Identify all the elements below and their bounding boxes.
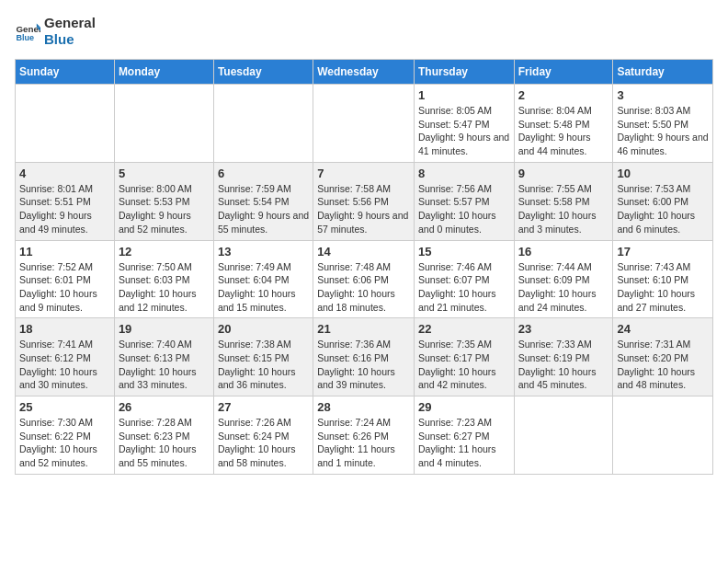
day-info: Sunrise: 8:05 AM Sunset: 5:47 PM Dayligh…: [418, 104, 510, 158]
calendar-cell: 12Sunrise: 7:50 AM Sunset: 6:03 PM Dayli…: [114, 240, 213, 318]
calendar-cell: 1Sunrise: 8:05 AM Sunset: 5:47 PM Daylig…: [414, 85, 514, 163]
day-number: 25: [19, 400, 110, 414]
day-info: Sunrise: 7:41 AM Sunset: 6:12 PM Dayligh…: [19, 338, 110, 392]
calendar-cell: 6Sunrise: 7:59 AM Sunset: 5:54 PM Daylig…: [213, 162, 313, 240]
logo: General Blue GeneralBlue: [15, 15, 96, 48]
page-header: General Blue GeneralBlue: [15, 15, 713, 48]
day-number: 16: [518, 245, 609, 259]
day-info: Sunrise: 7:48 AM Sunset: 6:06 PM Dayligh…: [317, 260, 410, 315]
day-number: 4: [19, 167, 110, 180]
day-info: Sunrise: 7:44 AM Sunset: 6:09 PM Dayligh…: [518, 260, 609, 315]
calendar-cell: 7Sunrise: 7:58 AM Sunset: 5:56 PM Daylig…: [313, 162, 415, 240]
day-number: 17: [617, 245, 709, 259]
day-header-sunday: Sunday: [16, 60, 115, 85]
day-info: Sunrise: 7:49 AM Sunset: 6:04 PM Dayligh…: [218, 260, 309, 315]
calendar-cell: 2Sunrise: 8:04 AM Sunset: 5:48 PM Daylig…: [514, 85, 613, 163]
day-number: 28: [317, 400, 410, 414]
calendar-cell: 23Sunrise: 7:33 AM Sunset: 6:19 PM Dayli…: [514, 318, 613, 396]
day-header-friday: Friday: [514, 60, 613, 85]
calendar-cell: 10Sunrise: 7:53 AM Sunset: 6:00 PM Dayli…: [613, 162, 713, 240]
day-header-thursday: Thursday: [414, 60, 514, 85]
day-number: 15: [418, 245, 510, 259]
day-info: Sunrise: 7:56 AM Sunset: 5:57 PM Dayligh…: [418, 182, 510, 236]
day-info: Sunrise: 7:28 AM Sunset: 6:23 PM Dayligh…: [119, 416, 210, 470]
calendar-cell: [16, 85, 115, 163]
calendar-cell: 20Sunrise: 7:38 AM Sunset: 6:15 PM Dayli…: [213, 318, 313, 396]
calendar-cell: 17Sunrise: 7:43 AM Sunset: 6:10 PM Dayli…: [613, 240, 713, 318]
day-number: 9: [518, 167, 609, 180]
day-info: Sunrise: 8:03 AM Sunset: 5:50 PM Dayligh…: [617, 104, 709, 158]
day-number: 6: [218, 167, 309, 180]
day-info: Sunrise: 7:53 AM Sunset: 6:00 PM Dayligh…: [617, 182, 709, 236]
calendar-cell: 11Sunrise: 7:52 AM Sunset: 6:01 PM Dayli…: [16, 240, 115, 318]
day-number: 27: [218, 400, 309, 414]
calendar-cell: 28Sunrise: 7:24 AM Sunset: 6:26 PM Dayli…: [313, 396, 415, 475]
calendar-cell: 13Sunrise: 7:49 AM Sunset: 6:04 PM Dayli…: [213, 240, 313, 318]
day-number: 7: [317, 167, 410, 180]
calendar-cell: [213, 85, 313, 163]
calendar-cell: [514, 396, 613, 475]
calendar-cell: 22Sunrise: 7:35 AM Sunset: 6:17 PM Dayli…: [414, 318, 514, 396]
day-header-wednesday: Wednesday: [313, 60, 415, 85]
calendar-cell: 25Sunrise: 7:30 AM Sunset: 6:22 PM Dayli…: [16, 396, 115, 475]
day-info: Sunrise: 7:23 AM Sunset: 6:27 PM Dayligh…: [418, 416, 510, 470]
day-header-saturday: Saturday: [613, 60, 713, 85]
day-number: 19: [119, 322, 210, 336]
calendar-cell: 18Sunrise: 7:41 AM Sunset: 6:12 PM Dayli…: [16, 318, 115, 396]
calendar-cell: 14Sunrise: 7:48 AM Sunset: 6:06 PM Dayli…: [313, 240, 415, 318]
day-header-monday: Monday: [114, 60, 213, 85]
day-info: Sunrise: 7:38 AM Sunset: 6:15 PM Dayligh…: [218, 338, 309, 392]
day-number: 13: [218, 245, 309, 259]
day-info: Sunrise: 7:59 AM Sunset: 5:54 PM Dayligh…: [218, 182, 309, 236]
calendar-cell: 16Sunrise: 7:44 AM Sunset: 6:09 PM Dayli…: [514, 240, 613, 318]
day-info: Sunrise: 7:50 AM Sunset: 6:03 PM Dayligh…: [119, 260, 210, 315]
logo-icon: General Blue: [15, 18, 40, 44]
day-number: 20: [218, 322, 309, 336]
calendar-cell: 9Sunrise: 7:55 AM Sunset: 5:58 PM Daylig…: [514, 162, 613, 240]
calendar-cell: 26Sunrise: 7:28 AM Sunset: 6:23 PM Dayli…: [114, 396, 213, 475]
day-number: 12: [119, 245, 210, 259]
svg-text:Blue: Blue: [16, 33, 34, 42]
day-number: 5: [119, 167, 210, 180]
calendar-week-row: 18Sunrise: 7:41 AM Sunset: 6:12 PM Dayli…: [16, 318, 713, 396]
calendar-cell: 19Sunrise: 7:40 AM Sunset: 6:13 PM Dayli…: [114, 318, 213, 396]
calendar-week-row: 4Sunrise: 8:01 AM Sunset: 5:51 PM Daylig…: [16, 162, 713, 240]
day-info: Sunrise: 7:31 AM Sunset: 6:20 PM Dayligh…: [617, 338, 709, 392]
calendar-week-row: 1Sunrise: 8:05 AM Sunset: 5:47 PM Daylig…: [16, 85, 713, 163]
day-number: 3: [617, 88, 709, 102]
day-info: Sunrise: 8:00 AM Sunset: 5:53 PM Dayligh…: [119, 182, 210, 236]
calendar-cell: 21Sunrise: 7:36 AM Sunset: 6:16 PM Dayli…: [313, 318, 415, 396]
calendar-cell: 29Sunrise: 7:23 AM Sunset: 6:27 PM Dayli…: [414, 396, 514, 475]
day-info: Sunrise: 7:33 AM Sunset: 6:19 PM Dayligh…: [518, 338, 609, 392]
calendar-cell: 5Sunrise: 8:00 AM Sunset: 5:53 PM Daylig…: [114, 162, 213, 240]
day-number: 14: [317, 245, 410, 259]
day-info: Sunrise: 7:35 AM Sunset: 6:17 PM Dayligh…: [418, 338, 510, 392]
day-info: Sunrise: 8:04 AM Sunset: 5:48 PM Dayligh…: [518, 104, 609, 158]
day-number: 8: [418, 167, 510, 180]
day-number: 1: [418, 88, 510, 102]
day-info: Sunrise: 7:30 AM Sunset: 6:22 PM Dayligh…: [19, 416, 110, 470]
day-number: 23: [518, 322, 609, 336]
calendar-cell: 27Sunrise: 7:26 AM Sunset: 6:24 PM Dayli…: [213, 396, 313, 475]
calendar-cell: 15Sunrise: 7:46 AM Sunset: 6:07 PM Dayli…: [414, 240, 514, 318]
day-info: Sunrise: 7:55 AM Sunset: 5:58 PM Dayligh…: [518, 182, 609, 236]
day-info: Sunrise: 8:01 AM Sunset: 5:51 PM Dayligh…: [19, 182, 110, 236]
day-number: 26: [119, 400, 210, 414]
calendar-cell: 8Sunrise: 7:56 AM Sunset: 5:57 PM Daylig…: [414, 162, 514, 240]
calendar-cell: 3Sunrise: 8:03 AM Sunset: 5:50 PM Daylig…: [613, 85, 713, 163]
calendar-cell: 24Sunrise: 7:31 AM Sunset: 6:20 PM Dayli…: [613, 318, 713, 396]
day-number: 22: [418, 322, 510, 336]
day-info: Sunrise: 7:46 AM Sunset: 6:07 PM Dayligh…: [418, 260, 510, 315]
calendar-week-row: 11Sunrise: 7:52 AM Sunset: 6:01 PM Dayli…: [16, 240, 713, 318]
day-number: 11: [19, 245, 110, 259]
day-info: Sunrise: 7:36 AM Sunset: 6:16 PM Dayligh…: [317, 338, 410, 392]
day-info: Sunrise: 7:52 AM Sunset: 6:01 PM Dayligh…: [19, 260, 110, 315]
day-number: 10: [617, 167, 709, 180]
day-info: Sunrise: 7:24 AM Sunset: 6:26 PM Dayligh…: [317, 416, 410, 470]
day-info: Sunrise: 7:26 AM Sunset: 6:24 PM Dayligh…: [218, 416, 309, 470]
day-number: 2: [518, 88, 609, 102]
calendar-week-row: 25Sunrise: 7:30 AM Sunset: 6:22 PM Dayli…: [16, 396, 713, 475]
calendar-table: SundayMondayTuesdayWednesdayThursdayFrid…: [15, 59, 713, 475]
calendar-cell: [114, 85, 213, 163]
day-header-tuesday: Tuesday: [213, 60, 313, 85]
